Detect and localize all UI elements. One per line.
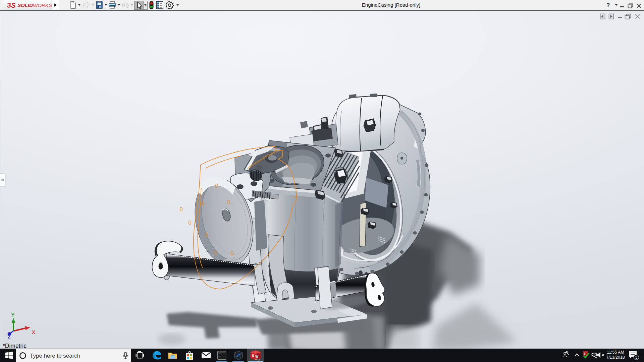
svg-text:*Dimetric: *Dimetric bbox=[3, 343, 26, 349]
svg-text:S: S bbox=[252, 354, 254, 358]
svg-text:3: 3 bbox=[635, 355, 637, 359]
svg-text:S: S bbox=[584, 352, 586, 355]
svg-text:2017: 2017 bbox=[255, 358, 260, 361]
svg-text:WORKS: WORKS bbox=[33, 2, 52, 8]
svg-text:?: ? bbox=[606, 2, 610, 8]
svg-text:11:55 AM: 11:55 AM bbox=[607, 350, 624, 355]
svg-text:Type here to search: Type here to search bbox=[30, 353, 80, 359]
svg-text:C:\_: C:\_ bbox=[219, 353, 223, 356]
svg-text:W: W bbox=[255, 355, 259, 358]
svg-text:S: S bbox=[11, 2, 16, 9]
svg-text:SOLID: SOLID bbox=[17, 2, 33, 8]
svg-text:7/13/2018: 7/13/2018 bbox=[606, 355, 625, 360]
